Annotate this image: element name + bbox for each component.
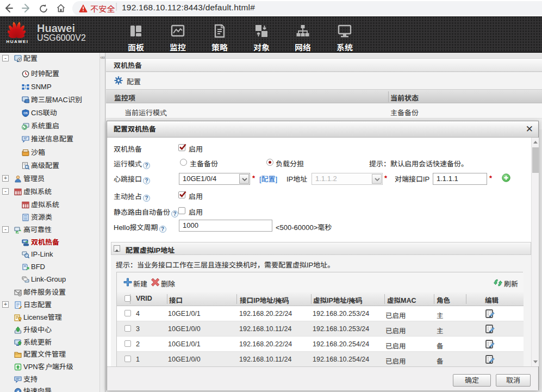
svg-text:CIS: CIS <box>23 112 28 115</box>
